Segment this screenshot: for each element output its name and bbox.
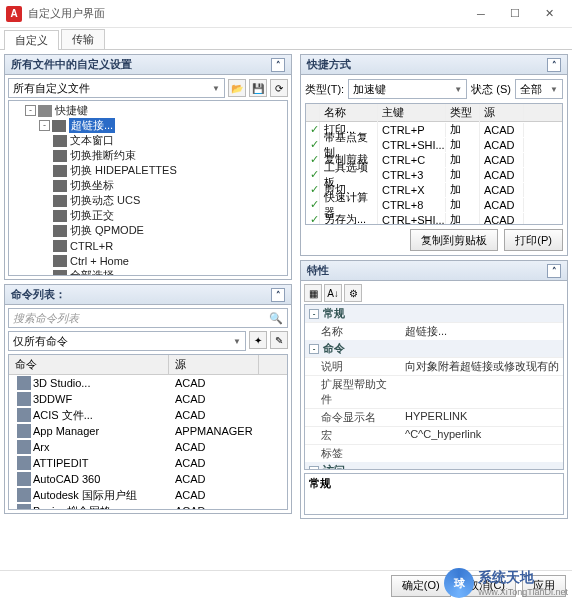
list-item: ACIS 文件...ACAD [9, 407, 287, 423]
list-item: 3DDWFACAD [9, 391, 287, 407]
new-command-icon[interactable]: ✦ [249, 331, 267, 349]
check-icon: ✓ [306, 152, 320, 167]
table-row: ✓快速计算器CTRL+8加ACAD [306, 197, 562, 212]
collapse-icon[interactable]: ˄ [271, 58, 285, 72]
panel-title: 所有文件中的自定义设置 [11, 57, 132, 72]
save-file-icon[interactable]: 💾 [249, 79, 267, 97]
check-icon: ✓ [306, 197, 320, 212]
cmd-icon [17, 424, 31, 438]
window-title: 自定义用户界面 [28, 6, 464, 21]
panel-properties: 特性˄ ▦ A↓ ⚙ -常规 名称超链接... -命令 说明向对象附着超链接或修… [300, 260, 568, 519]
key-icon [53, 165, 67, 177]
key-icon [53, 150, 67, 162]
cmd-icon [17, 488, 31, 502]
print-button[interactable]: 打印(P) [504, 229, 563, 251]
key-icon [53, 195, 67, 207]
cancel-button[interactable]: 取消(C) [457, 575, 516, 597]
file-scope-dropdown[interactable]: 所有自定义文件▼ [8, 78, 225, 98]
sort-az-icon[interactable]: A↓ [324, 284, 342, 302]
copy-to-clipboard-button[interactable]: 复制到剪贴板 [410, 229, 498, 251]
apply-button[interactable]: 应用 [522, 575, 566, 597]
panel-command-list: 命令列表：˄ 搜索命令列表🔍 仅所有命令▼ ✦ ✎ 命令源 3D Studio.… [4, 284, 292, 514]
table-row: ✓另存为...CTRL+SHI...加ACAD [306, 212, 562, 225]
list-item: AutoCAD 360ACAD [9, 471, 287, 487]
minimize-button[interactable]: ─ [464, 3, 498, 25]
keyboard-icon [52, 120, 66, 132]
list-item: ATTIPEDITACAD [9, 455, 287, 471]
type-dropdown[interactable]: 加速键▼ [348, 79, 467, 99]
list-item: ArxACAD [9, 439, 287, 455]
property-grid[interactable]: -常规 名称超链接... -命令 说明向对象附着超链接或修改现有的 扩展型帮助文… [304, 304, 564, 470]
col-source[interactable]: 源 [480, 104, 524, 121]
list-item: Bezier 拟合网格ACAD [9, 503, 287, 510]
expand-icon[interactable]: - [309, 344, 319, 354]
check-icon: ✓ [306, 167, 320, 182]
col-command[interactable]: 命令 [9, 355, 169, 374]
categorize-icon[interactable]: ▦ [304, 284, 322, 302]
col-key[interactable]: 主键 [378, 104, 446, 121]
panel-title: 快捷方式 [307, 57, 351, 72]
dialog-footer: 确定(O) 取消(C) 应用 [0, 570, 572, 600]
command-search-input[interactable]: 搜索命令列表🔍 [8, 308, 288, 328]
titlebar: A 自定义用户界面 ─ ☐ ✕ [0, 0, 572, 28]
tab-customize[interactable]: 自定义 [4, 30, 59, 50]
tab-transfer[interactable]: 传输 [61, 29, 105, 49]
col-source[interactable]: 源 [169, 355, 259, 374]
panel-title: 特性 [307, 263, 329, 278]
key-icon [53, 240, 67, 252]
expand-icon[interactable]: - [39, 120, 50, 131]
open-file-icon[interactable]: 📂 [228, 79, 246, 97]
key-icon [53, 225, 67, 237]
check-icon: ✓ [306, 122, 320, 137]
expand-icon[interactable]: - [309, 466, 319, 471]
refresh-icon[interactable]: ⟳ [270, 79, 288, 97]
prop-tool-icon[interactable]: ⚙ [344, 284, 362, 302]
cmd-icon [17, 408, 31, 422]
cmd-icon [17, 392, 31, 406]
key-icon [53, 180, 67, 192]
tab-bar: 自定义 传输 [0, 28, 572, 50]
collapse-icon[interactable]: ˄ [271, 288, 285, 302]
table-row: ✓工具选项板CTRL+3加ACAD [306, 167, 562, 182]
edit-command-icon[interactable]: ✎ [270, 331, 288, 349]
check-icon: ✓ [306, 212, 320, 225]
cmd-icon [17, 456, 31, 470]
search-icon: 🔍 [269, 312, 283, 325]
tree-item-hyperlink[interactable]: 超链接... [69, 118, 115, 133]
panel-title: 命令列表： [11, 287, 66, 302]
collapse-icon[interactable]: ˄ [547, 264, 561, 278]
command-filter-dropdown[interactable]: 仅所有命令▼ [8, 331, 246, 351]
status-dropdown[interactable]: 全部▼ [515, 79, 563, 99]
list-item: Autodesk 国际用户组ACAD [9, 487, 287, 503]
col-type[interactable]: 类型 [446, 104, 480, 121]
status-label: 状态 (S) [471, 82, 511, 97]
command-list[interactable]: 命令源 3D Studio...ACAD 3DDWFACAD ACIS 文件..… [8, 354, 288, 510]
close-button[interactable]: ✕ [532, 3, 566, 25]
cmd-icon [17, 376, 31, 390]
key-icon [53, 255, 67, 267]
app-logo-icon: A [6, 6, 22, 22]
property-description: 常规 [304, 473, 564, 515]
col-name[interactable]: 名称 [320, 104, 378, 121]
list-item: App ManagerAPPMANAGER [9, 423, 287, 439]
check-icon: ✓ [306, 182, 320, 197]
check-icon: ✓ [306, 137, 320, 152]
panel-shortcuts: 快捷方式˄ 类型(T): 加速键▼ 状态 (S) 全部▼ 名称主键类型源 ✓打印… [300, 54, 568, 256]
shortcut-table[interactable]: 名称主键类型源 ✓打印...CTRL+P加ACAD ✓带基点复制CTRL+SHI… [305, 103, 563, 225]
expand-icon[interactable]: - [309, 309, 319, 319]
folder-icon [38, 105, 52, 117]
maximize-button[interactable]: ☐ [498, 3, 532, 25]
ok-button[interactable]: 确定(O) [391, 575, 451, 597]
panel-custom-settings: 所有文件中的自定义设置˄ 所有自定义文件▼ 📂 💾 ⟳ -快捷键 -超链接...… [4, 54, 292, 280]
shortcut-tree[interactable]: -快捷键 -超链接... 文本窗口 切换推断约束 切换 HIDEPALETTES… [8, 100, 288, 276]
cmd-icon [17, 472, 31, 486]
key-icon [53, 270, 67, 277]
key-icon [53, 135, 67, 147]
expand-icon[interactable]: - [25, 105, 36, 116]
cmd-icon [17, 440, 31, 454]
cmd-icon [17, 504, 31, 510]
key-icon [53, 210, 67, 222]
type-label: 类型(T): [305, 82, 344, 97]
table-row: ✓带基点复制CTRL+SHI...加ACAD [306, 137, 562, 152]
collapse-icon[interactable]: ˄ [547, 58, 561, 72]
